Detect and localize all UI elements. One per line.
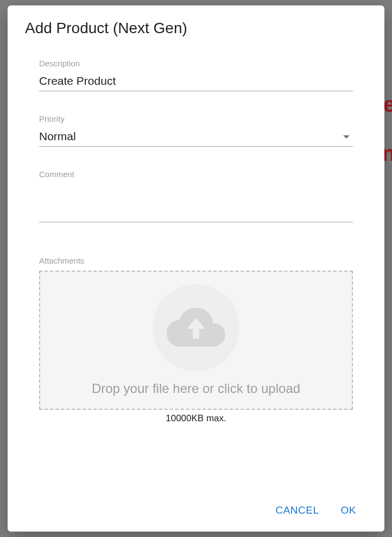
comment-input[interactable] <box>39 183 353 222</box>
dialog-title: Add Product (Next Gen) <box>8 5 384 42</box>
attachments-dropzone[interactable]: Drop your file here or click to upload <box>39 271 353 410</box>
attachments-field: Attachments Drop your file here or click… <box>39 256 353 424</box>
attachments-label: Attachments <box>39 256 353 265</box>
priority-value: Normal <box>39 130 76 142</box>
description-field: Description <box>39 59 353 91</box>
priority-select[interactable]: Normal <box>39 128 353 147</box>
dialog-actions: CANCEL OK <box>8 494 384 532</box>
chevron-down-icon <box>343 135 350 139</box>
ok-button[interactable]: OK <box>341 504 356 516</box>
cancel-button[interactable]: CANCEL <box>275 504 319 516</box>
description-label: Description <box>39 59 353 68</box>
dialog-body: Description Priority Normal Comment Atta… <box>8 42 384 494</box>
dropzone-text: Drop your file here or click to upload <box>92 381 300 396</box>
comment-field: Comment <box>39 170 353 224</box>
attachments-max-text: 10000KB max. <box>39 413 353 424</box>
bg-decor: e <box>383 92 392 117</box>
priority-field: Priority Normal <box>39 114 353 147</box>
add-product-dialog: Add Product (Next Gen) Description Prior… <box>8 5 384 532</box>
cloud-upload-icon <box>153 284 239 371</box>
priority-label: Priority <box>39 114 353 123</box>
description-input[interactable] <box>39 72 353 91</box>
comment-label: Comment <box>39 170 353 179</box>
